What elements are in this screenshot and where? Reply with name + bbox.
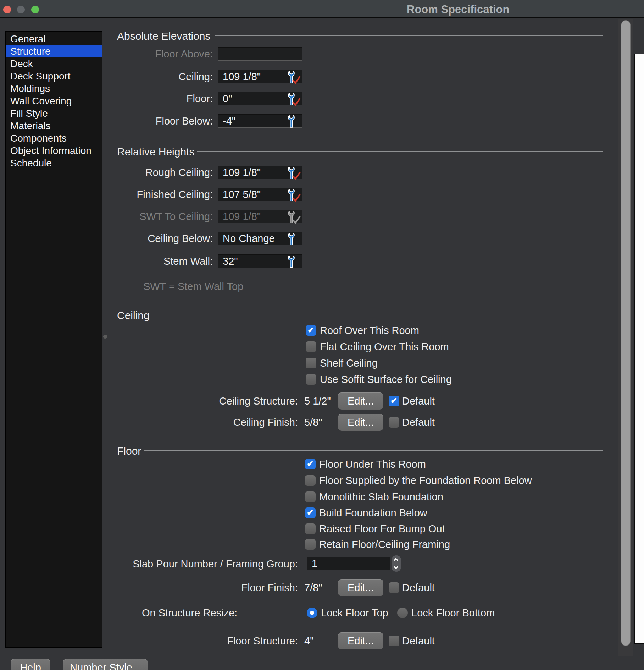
floor-finish-edit-button[interactable]: Edit... xyxy=(338,579,383,596)
sidebar-item-structure[interactable]: Structure xyxy=(6,45,102,57)
section-divider xyxy=(215,35,603,36)
ceiling-finish-edit-button[interactable]: Edit... xyxy=(338,414,383,431)
floor-elevation-field[interactable]: 0" xyxy=(218,92,302,105)
checkbox-label-shelf-ceiling[interactable]: Shelf Ceiling xyxy=(320,358,378,368)
radio-label-lock-floor-bottom[interactable]: Lock Floor Bottom xyxy=(411,608,495,618)
swt-to-ceiling-value: 109 1/8" xyxy=(223,210,261,223)
checkbox-roof-over-this-room[interactable] xyxy=(306,325,316,336)
floor-structure-label: Floor Structure: xyxy=(156,635,298,647)
checkbox-retain-floor-ceiling-framing[interactable] xyxy=(305,539,316,550)
sidebar-item-deck[interactable]: Deck xyxy=(6,57,102,70)
sidebar-item-deck-support[interactable]: Deck Support xyxy=(6,70,102,82)
radio-lock-floor-top[interactable] xyxy=(307,608,317,618)
floor-below-value: -4" xyxy=(223,115,235,127)
floor-below-field[interactable]: -4" xyxy=(218,114,302,128)
floor-above-label: Floor Above: xyxy=(89,47,213,61)
ceiling-elevation-value: 109 1/8" xyxy=(223,70,261,83)
checkbox-flat-ceiling[interactable] xyxy=(306,341,316,352)
close-button[interactable] xyxy=(3,6,11,13)
checkbox-floor-under-this-room[interactable] xyxy=(305,459,316,469)
ceiling-structure-default-checkbox[interactable] xyxy=(389,396,399,406)
floor-finish-label: Floor Finish: xyxy=(156,581,298,594)
sidebar-item-materials[interactable]: Materials xyxy=(6,120,102,132)
ceiling-finish-default-checkbox[interactable] xyxy=(389,417,399,428)
floor-finish-default-label[interactable]: Default xyxy=(402,582,435,593)
floor-structure-value: 4" xyxy=(304,635,313,647)
ceiling-structure-edit-button[interactable]: Edit... xyxy=(338,392,383,410)
splitter-handle[interactable] xyxy=(103,335,107,339)
sidebar-item-components[interactable]: Components xyxy=(6,132,102,144)
sidebar-item-fill-style[interactable]: Fill Style xyxy=(6,107,102,120)
default-wrench-check-icon[interactable] xyxy=(286,71,300,83)
section-title-relative-heights: Relative Heights xyxy=(117,146,194,158)
checkbox-floor-supplied-by-foundation[interactable] xyxy=(305,475,316,486)
checkbox-label-use-soffit-surface[interactable]: Use Soffit Surface for Ceiling xyxy=(320,374,452,385)
checkbox-use-soffit-surface[interactable] xyxy=(306,374,316,385)
ceiling-structure-default-label[interactable]: Default xyxy=(402,396,435,406)
checkbox-label-build-foundation-below[interactable]: Build Foundation Below xyxy=(319,507,427,518)
title-bar: Room Specification xyxy=(0,0,644,18)
ceiling-finish-default-label[interactable]: Default xyxy=(402,417,435,428)
ceiling-below-field[interactable]: No Change xyxy=(218,232,302,245)
sidebar-item-wall-covering[interactable]: Wall Covering xyxy=(6,95,102,107)
checkbox-label-raised-floor-bump-out[interactable]: Raised Floor For Bump Out xyxy=(319,523,445,534)
ceiling-finish-label: Ceiling Finish: xyxy=(156,416,298,429)
default-wrench-check-icon[interactable] xyxy=(286,93,300,105)
floor-above-field xyxy=(218,47,302,61)
checkbox-label-floor-under-this-room[interactable]: Floor Under This Room xyxy=(319,459,426,469)
minimize-button[interactable] xyxy=(17,6,25,13)
section-divider xyxy=(144,450,603,451)
finished-ceiling-label: Finished Ceiling: xyxy=(89,188,213,201)
sidebar-item-object-information[interactable]: Object Information xyxy=(6,144,102,157)
floor-structure-edit-button[interactable]: Edit... xyxy=(338,632,383,649)
ceiling-below-label: Ceiling Below: xyxy=(89,232,213,245)
on-structure-resize-label: On Structure Resize: xyxy=(142,608,237,618)
scrollbar-thumb[interactable] xyxy=(621,20,631,646)
number-style-button[interactable]: Number Style... xyxy=(63,659,148,670)
default-wrench-icon[interactable] xyxy=(286,115,300,128)
stepper-down-icon[interactable] xyxy=(394,565,398,569)
floor-structure-default-label[interactable]: Default xyxy=(402,636,435,646)
checkbox-label-roof-over-this-room[interactable]: Roof Over This Room xyxy=(320,325,419,336)
sidebar-item-moldings[interactable]: Moldings xyxy=(6,82,102,95)
disabled-wrench-check-icon xyxy=(286,210,300,223)
floor-structure-default-checkbox[interactable] xyxy=(389,636,399,646)
floor-finish-default-checkbox[interactable] xyxy=(389,582,399,593)
sidebar-item-schedule[interactable]: Schedule xyxy=(6,157,102,169)
default-wrench-check-icon[interactable] xyxy=(286,166,300,179)
section-title-ceiling: Ceiling xyxy=(117,309,150,322)
stepper-up-icon[interactable] xyxy=(394,558,398,562)
default-wrench-icon[interactable] xyxy=(286,232,300,245)
floor-elevation-label: Floor: xyxy=(89,92,213,105)
floor-below-label: Floor Below: xyxy=(89,114,213,128)
default-wrench-icon[interactable] xyxy=(286,255,300,268)
section-divider xyxy=(156,315,603,315)
radio-label-lock-floor-top[interactable]: Lock Floor Top xyxy=(321,608,388,618)
right-panel-sliver xyxy=(634,54,644,644)
stem-wall-field[interactable]: 32" xyxy=(218,254,302,268)
rough-ceiling-field[interactable]: 109 1/8" xyxy=(218,166,302,179)
sidebar-item-general[interactable]: General xyxy=(6,33,102,45)
checkbox-raised-floor-bump-out[interactable] xyxy=(305,523,316,534)
checkbox-label-monolithic-slab[interactable]: Monolithic Slab Foundation xyxy=(319,491,443,502)
checkbox-shelf-ceiling[interactable] xyxy=(306,358,316,368)
stem-wall-label: Stem Wall: xyxy=(89,254,213,268)
checkbox-monolithic-slab[interactable] xyxy=(305,491,316,502)
ceiling-structure-value: 5 1/2" xyxy=(304,395,331,407)
checkbox-label-floor-supplied-by-foundation[interactable]: Floor Supplied by the Foundation Room Be… xyxy=(319,475,532,486)
slab-pour-number-field[interactable]: 1 xyxy=(307,557,390,570)
default-wrench-check-icon[interactable] xyxy=(286,188,300,201)
checkbox-build-foundation-below[interactable] xyxy=(305,507,316,518)
slab-pour-number-stepper[interactable] xyxy=(392,555,401,572)
help-button[interactable]: Help xyxy=(11,659,50,670)
swt-note: SWT = Stem Wall Top xyxy=(143,280,243,292)
checkbox-label-retain-floor-ceiling-framing[interactable]: Retain Floor/Ceiling Framing xyxy=(319,539,450,550)
stem-wall-value: 32" xyxy=(223,255,238,268)
checkbox-label-flat-ceiling[interactable]: Flat Ceiling Over This Room xyxy=(320,341,449,352)
finished-ceiling-field[interactable]: 107 5/8" xyxy=(218,188,302,201)
radio-lock-floor-bottom[interactable] xyxy=(397,608,408,618)
finished-ceiling-value: 107 5/8" xyxy=(223,188,261,201)
ceiling-elevation-field[interactable]: 109 1/8" xyxy=(218,70,302,83)
zoom-button[interactable] xyxy=(31,6,39,13)
ceiling-finish-value: 5/8" xyxy=(304,416,322,429)
